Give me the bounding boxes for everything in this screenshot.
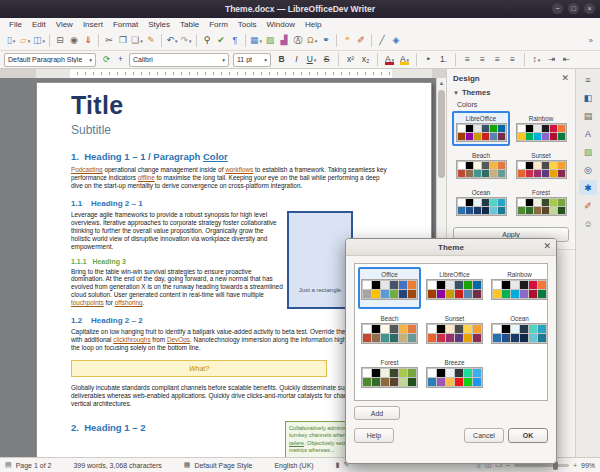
chevron-down-icon[interactable]: ▾ — [264, 57, 267, 63]
theme-swatch-libreoffice[interactable]: LibreOffice — [452, 111, 510, 146]
scrollbar-thumb[interactable] — [438, 90, 445, 178]
language-indicator[interactable]: English (UK) — [274, 462, 313, 469]
chevron-down-icon[interactable]: ▾ — [315, 38, 318, 44]
numbered-list-button[interactable]: 1. — [437, 53, 450, 66]
cut-button[interactable]: ✂ — [102, 33, 116, 48]
save-button[interactable]: ◫▾ — [32, 33, 46, 48]
hyperlink[interactable]: clickthroughs — [113, 336, 150, 343]
underline-button[interactable]: U▾ — [305, 53, 318, 66]
menu-file[interactable]: File — [4, 20, 27, 29]
align-right-button[interactable]: ≡ — [491, 53, 504, 66]
hyperlink[interactable]: Podcasting — [71, 166, 103, 173]
chevron-down-icon[interactable]: ▾ — [13, 38, 16, 44]
styles-icon[interactable]: A — [579, 126, 597, 141]
formatting-marks-button[interactable]: ¶ — [228, 33, 242, 48]
theme-swatch-beach[interactable]: Beach — [358, 311, 421, 353]
bullet-list-button[interactable]: ‣ — [422, 53, 435, 66]
dialog-titlebar[interactable]: Theme ✕ — [346, 239, 556, 256]
horizontal-ruler[interactable] — [0, 69, 446, 78]
theme-swatch-breeze[interactable]: Breeze — [423, 355, 486, 397]
paste-button[interactable]: ❏▾ — [130, 33, 144, 48]
basic-shapes-button[interactable]: ◈ — [389, 33, 403, 48]
theme-swatch-rainbow[interactable]: Rainbow — [488, 267, 548, 309]
font-color-button[interactable]: A▾ — [383, 53, 396, 66]
bold-button[interactable]: B — [275, 53, 288, 66]
hyperlink[interactable]: offshoring — [115, 299, 143, 306]
chevron-down-icon[interactable]: ▾ — [140, 38, 143, 44]
menu-format[interactable]: Format — [108, 20, 143, 29]
insert-hyperlink-button[interactable]: ⚭ — [319, 33, 333, 48]
help-button[interactable]: Help — [354, 428, 394, 443]
minimize-button[interactable]: − — [552, 3, 563, 14]
chevron-down-icon[interactable]: ▾ — [28, 38, 31, 44]
find-replace-button[interactable]: ⚲ — [200, 33, 214, 48]
justify-button[interactable]: ≡ — [506, 53, 519, 66]
design-icon[interactable]: ✱ — [579, 180, 597, 195]
themes-expander[interactable]: ▼ Themes — [447, 85, 575, 100]
rectangle-shape[interactable]: Just a rectangle — [287, 211, 353, 309]
update-style-button[interactable]: ⟳ — [100, 53, 113, 66]
theme-swatch-ocean[interactable]: Ocean — [488, 311, 548, 353]
highlight-color-button[interactable]: A▾ — [398, 53, 411, 66]
decrease-indent-button[interactable]: ⇤ — [560, 53, 573, 66]
chevron-down-icon[interactable]: ▾ — [43, 38, 46, 44]
menu-view[interactable]: View — [51, 20, 78, 29]
theme-swatch-forest[interactable]: Forest — [358, 355, 421, 397]
chevron-down-icon[interactable]: ▾ — [89, 57, 92, 63]
spelling-button[interactable]: ✔ — [214, 33, 228, 48]
insert-image-button[interactable]: ▨ — [263, 33, 277, 48]
page-style-indicator[interactable]: Default Page Style — [194, 462, 252, 469]
track-changes-icon[interactable]: ✐ — [579, 198, 597, 213]
theme-swatch-forest[interactable]: Forest — [512, 185, 570, 220]
theme-swatch-sunset[interactable]: Sunset — [423, 311, 486, 353]
redo-button[interactable]: ↷▾ — [179, 33, 193, 48]
titlebar[interactable]: Theme.docx — LibreOfficeDev Writer −□× — [0, 0, 600, 18]
hyperlink[interactable]: touchpoints — [71, 299, 104, 306]
chevron-down-icon[interactable]: ▾ — [314, 57, 317, 63]
menu-tools[interactable]: Tools — [233, 20, 262, 29]
menu-edit[interactable]: Edit — [27, 20, 51, 29]
selection-mode-icon[interactable]: ▮ — [336, 461, 340, 469]
theme-swatch-rainbow[interactable]: Rainbow — [512, 111, 570, 146]
theme-swatch-sunset[interactable]: Sunset — [512, 148, 570, 183]
menu-window[interactable]: Window — [262, 20, 300, 29]
menu-help[interactable]: Help — [300, 20, 326, 29]
new-style-button[interactable]: + — [114, 53, 127, 66]
properties-icon[interactable]: ◧ — [579, 90, 597, 105]
increase-indent-button[interactable]: ⇥ — [545, 53, 558, 66]
menu-styles[interactable]: Styles — [143, 20, 175, 29]
line-spacing-button[interactable]: ↕▾ — [530, 53, 543, 66]
italic-button[interactable]: I — [290, 53, 303, 66]
font-size-combo[interactable]: 11 pt ▾ — [233, 53, 271, 67]
zoom-in-icon[interactable]: + — [573, 462, 577, 469]
hyperlink[interactable]: workflows — [225, 166, 253, 173]
maximize-button[interactable]: □ — [568, 3, 579, 14]
chevron-down-icon[interactable]: ▾ — [538, 57, 541, 63]
sidebar-close-icon[interactable]: ✕ — [561, 73, 569, 83]
menu-table[interactable]: Table — [175, 20, 204, 29]
ok-button[interactable]: OK — [508, 428, 548, 443]
insert-table-button[interactable]: ▦▾ — [249, 33, 263, 48]
toolbar-overflow-icon[interactable]: » — [589, 36, 596, 45]
undo-button[interactable]: ↶▾ — [165, 33, 179, 48]
theme-swatch-beach[interactable]: Beach — [452, 148, 510, 183]
dialog-close-icon[interactable]: ✕ — [543, 241, 551, 251]
hyperlink[interactable]: offline — [138, 174, 155, 181]
insert-line-button[interactable]: ╱ — [375, 33, 389, 48]
align-left-button[interactable]: ≡ — [461, 53, 474, 66]
clone-formatting-button[interactable]: ✎ — [144, 33, 158, 48]
subscript-button[interactable]: x₂ — [359, 53, 372, 66]
menu-form[interactable]: Form — [204, 20, 233, 29]
print-preview-button[interactable]: ◉ — [67, 33, 81, 48]
chevron-down-icon[interactable]: ▾ — [175, 38, 178, 44]
paragraph-style-combo[interactable]: Default Paragraph Style ▾ — [4, 53, 96, 67]
theme-swatch-ocean[interactable]: Ocean — [452, 185, 510, 220]
theme-swatch-libreoffice[interactable]: LibreOffice — [423, 267, 486, 309]
open-file-button[interactable]: ▱▾ — [18, 33, 32, 48]
close-button[interactable]: × — [584, 3, 595, 14]
copy-button[interactable]: ❐ — [116, 33, 130, 48]
insert-comment-button[interactable]: ❝ — [340, 33, 354, 48]
align-center-button[interactable]: ≡ — [476, 53, 489, 66]
export-pdf-button[interactable]: ⇓ — [81, 33, 95, 48]
gallery-icon[interactable]: ▨ — [579, 144, 597, 159]
